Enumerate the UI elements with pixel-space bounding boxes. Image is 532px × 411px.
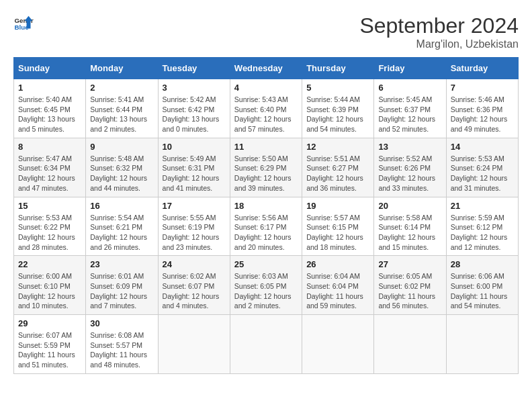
weekday-header-row: SundayMondayTuesdayWednesdayThursdayFrid… bbox=[14, 58, 519, 79]
weekday-header-friday: Friday bbox=[374, 58, 446, 79]
day-info: Sunrise: 6:06 AMSunset: 6:00 PMDaylight:… bbox=[451, 271, 514, 311]
day-info: Sunrise: 5:42 AMSunset: 6:42 PMDaylight:… bbox=[163, 95, 226, 134]
day-info: Sunrise: 5:50 AMSunset: 6:29 PMDaylight:… bbox=[234, 154, 298, 193]
day-number: 8 bbox=[18, 142, 81, 152]
calendar-cell bbox=[374, 315, 446, 374]
weekday-header-wednesday: Wednesday bbox=[230, 58, 302, 79]
calendar-cell: 5Sunrise: 5:44 AMSunset: 6:39 PMDaylight… bbox=[302, 79, 374, 138]
calendar-cell: 17Sunrise: 5:55 AMSunset: 6:19 PMDayligh… bbox=[158, 197, 230, 256]
logo: General Blue bbox=[13, 13, 34, 34]
day-number: 2 bbox=[90, 83, 153, 93]
weekday-header-thursday: Thursday bbox=[302, 58, 374, 79]
day-info: Sunrise: 5:44 AMSunset: 6:39 PMDaylight:… bbox=[306, 95, 369, 134]
calendar-cell: 23Sunrise: 6:01 AMSunset: 6:09 PMDayligh… bbox=[86, 256, 158, 315]
day-info: Sunrise: 5:41 AMSunset: 6:44 PMDaylight:… bbox=[90, 95, 153, 134]
calendar-cell: 14Sunrise: 5:53 AMSunset: 6:24 PMDayligh… bbox=[446, 138, 518, 197]
day-number: 12 bbox=[306, 142, 369, 152]
calendar-cell: 29Sunrise: 6:07 AMSunset: 5:59 PMDayligh… bbox=[14, 315, 86, 374]
day-number: 27 bbox=[378, 259, 441, 269]
day-number: 29 bbox=[18, 318, 81, 328]
calendar-table: SundayMondayTuesdayWednesdayThursdayFrid… bbox=[13, 57, 519, 374]
day-number: 22 bbox=[18, 259, 81, 269]
calendar-cell: 22Sunrise: 6:00 AMSunset: 6:10 PMDayligh… bbox=[14, 256, 86, 315]
day-number: 10 bbox=[163, 142, 226, 152]
day-number: 18 bbox=[234, 201, 298, 211]
page-header: General Blue September 2024 Marg'ilon, U… bbox=[13, 13, 519, 50]
calendar-cell: 18Sunrise: 5:56 AMSunset: 6:17 PMDayligh… bbox=[230, 197, 302, 256]
day-info: Sunrise: 5:43 AMSunset: 6:40 PMDaylight:… bbox=[234, 95, 298, 134]
calendar-cell: 30Sunrise: 6:08 AMSunset: 5:57 PMDayligh… bbox=[86, 315, 158, 374]
day-info: Sunrise: 6:01 AMSunset: 6:09 PMDaylight:… bbox=[90, 271, 153, 311]
day-number: 24 bbox=[163, 259, 226, 269]
day-number: 6 bbox=[378, 83, 441, 93]
weekday-header-saturday: Saturday bbox=[446, 58, 518, 79]
calendar-cell: 24Sunrise: 6:02 AMSunset: 6:07 PMDayligh… bbox=[158, 256, 230, 315]
calendar-cell: 10Sunrise: 5:49 AMSunset: 6:31 PMDayligh… bbox=[158, 138, 230, 197]
day-info: Sunrise: 6:04 AMSunset: 6:04 PMDaylight:… bbox=[306, 271, 369, 311]
calendar-cell: 8Sunrise: 5:47 AMSunset: 6:34 PMDaylight… bbox=[14, 138, 86, 197]
calendar-cell: 12Sunrise: 5:51 AMSunset: 6:27 PMDayligh… bbox=[302, 138, 374, 197]
calendar-cell: 20Sunrise: 5:58 AMSunset: 6:14 PMDayligh… bbox=[374, 197, 446, 256]
calendar-cell: 4Sunrise: 5:43 AMSunset: 6:40 PMDaylight… bbox=[230, 79, 302, 138]
day-number: 9 bbox=[90, 142, 153, 152]
day-info: Sunrise: 5:57 AMSunset: 6:15 PMDaylight:… bbox=[306, 213, 369, 253]
location-title: Marg'ilon, Uzbekistan bbox=[359, 38, 519, 50]
logo-icon: General Blue bbox=[13, 13, 34, 34]
day-info: Sunrise: 6:00 AMSunset: 6:10 PMDaylight:… bbox=[18, 271, 81, 311]
day-number: 23 bbox=[90, 259, 153, 269]
day-info: Sunrise: 6:08 AMSunset: 5:57 PMDaylight:… bbox=[90, 330, 153, 370]
calendar-week-row: 1Sunrise: 5:40 AMSunset: 6:45 PMDaylight… bbox=[14, 79, 519, 138]
day-number: 17 bbox=[163, 201, 226, 211]
day-number: 5 bbox=[306, 83, 369, 93]
weekday-header-monday: Monday bbox=[86, 58, 158, 79]
day-info: Sunrise: 5:53 AMSunset: 6:22 PMDaylight:… bbox=[18, 213, 81, 253]
calendar-cell: 16Sunrise: 5:54 AMSunset: 6:21 PMDayligh… bbox=[86, 197, 158, 256]
day-number: 3 bbox=[163, 83, 226, 93]
day-info: Sunrise: 5:54 AMSunset: 6:21 PMDaylight:… bbox=[90, 213, 153, 253]
day-info: Sunrise: 5:49 AMSunset: 6:31 PMDaylight:… bbox=[163, 154, 226, 193]
day-number: 13 bbox=[378, 142, 441, 152]
calendar-cell: 15Sunrise: 5:53 AMSunset: 6:22 PMDayligh… bbox=[14, 197, 86, 256]
calendar-week-row: 15Sunrise: 5:53 AMSunset: 6:22 PMDayligh… bbox=[14, 197, 519, 256]
day-number: 19 bbox=[306, 201, 369, 211]
calendar-week-row: 29Sunrise: 6:07 AMSunset: 5:59 PMDayligh… bbox=[14, 315, 519, 374]
calendar-cell: 11Sunrise: 5:50 AMSunset: 6:29 PMDayligh… bbox=[230, 138, 302, 197]
calendar-cell: 7Sunrise: 5:46 AMSunset: 6:36 PMDaylight… bbox=[446, 79, 518, 138]
day-number: 30 bbox=[90, 318, 153, 328]
calendar-cell bbox=[446, 315, 518, 374]
day-info: Sunrise: 6:07 AMSunset: 5:59 PMDaylight:… bbox=[18, 330, 81, 370]
day-info: Sunrise: 5:52 AMSunset: 6:26 PMDaylight:… bbox=[378, 154, 441, 193]
calendar-cell: 1Sunrise: 5:40 AMSunset: 6:45 PMDaylight… bbox=[14, 79, 86, 138]
calendar-cell: 27Sunrise: 6:05 AMSunset: 6:02 PMDayligh… bbox=[374, 256, 446, 315]
day-number: 11 bbox=[234, 142, 298, 152]
calendar-week-row: 8Sunrise: 5:47 AMSunset: 6:34 PMDaylight… bbox=[14, 138, 519, 197]
day-number: 20 bbox=[378, 201, 441, 211]
calendar-cell: 6Sunrise: 5:45 AMSunset: 6:37 PMDaylight… bbox=[374, 79, 446, 138]
day-number: 21 bbox=[451, 201, 514, 211]
day-info: Sunrise: 5:45 AMSunset: 6:37 PMDaylight:… bbox=[378, 95, 441, 134]
day-number: 15 bbox=[18, 201, 81, 211]
weekday-header-sunday: Sunday bbox=[14, 58, 86, 79]
day-info: Sunrise: 5:40 AMSunset: 6:45 PMDaylight:… bbox=[18, 95, 81, 134]
day-info: Sunrise: 5:53 AMSunset: 6:24 PMDaylight:… bbox=[451, 154, 514, 193]
month-title: September 2024 bbox=[359, 13, 519, 38]
day-info: Sunrise: 5:59 AMSunset: 6:12 PMDaylight:… bbox=[451, 213, 514, 253]
day-info: Sunrise: 5:46 AMSunset: 6:36 PMDaylight:… bbox=[451, 95, 514, 134]
day-number: 28 bbox=[451, 259, 514, 269]
day-info: Sunrise: 5:55 AMSunset: 6:19 PMDaylight:… bbox=[163, 213, 226, 253]
day-info: Sunrise: 5:47 AMSunset: 6:34 PMDaylight:… bbox=[18, 154, 81, 193]
day-number: 26 bbox=[306, 259, 369, 269]
calendar-cell: 19Sunrise: 5:57 AMSunset: 6:15 PMDayligh… bbox=[302, 197, 374, 256]
calendar-cell: 28Sunrise: 6:06 AMSunset: 6:00 PMDayligh… bbox=[446, 256, 518, 315]
day-number: 1 bbox=[18, 83, 81, 93]
calendar-cell: 3Sunrise: 5:42 AMSunset: 6:42 PMDaylight… bbox=[158, 79, 230, 138]
day-info: Sunrise: 6:03 AMSunset: 6:05 PMDaylight:… bbox=[234, 271, 298, 311]
day-info: Sunrise: 6:02 AMSunset: 6:07 PMDaylight:… bbox=[163, 271, 226, 311]
day-info: Sunrise: 5:58 AMSunset: 6:14 PMDaylight:… bbox=[378, 213, 441, 253]
day-info: Sunrise: 6:05 AMSunset: 6:02 PMDaylight:… bbox=[378, 271, 441, 311]
day-number: 4 bbox=[234, 83, 298, 93]
calendar-cell: 25Sunrise: 6:03 AMSunset: 6:05 PMDayligh… bbox=[230, 256, 302, 315]
title-area: September 2024 Marg'ilon, Uzbekistan bbox=[359, 13, 519, 50]
calendar-cell: 21Sunrise: 5:59 AMSunset: 6:12 PMDayligh… bbox=[446, 197, 518, 256]
day-info: Sunrise: 5:56 AMSunset: 6:17 PMDaylight:… bbox=[234, 213, 298, 253]
